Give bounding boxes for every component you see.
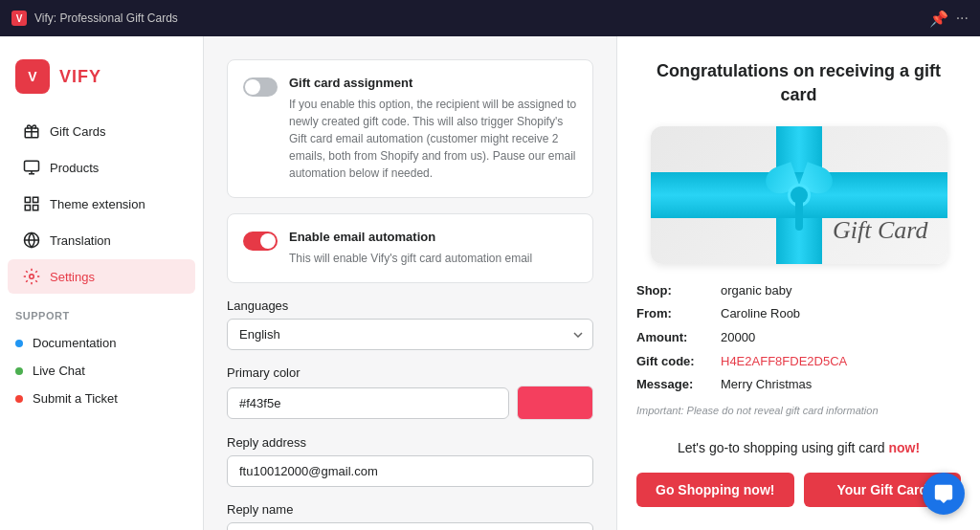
code-row: Gift code: H4E2AFF8FDE2D5CA	[636, 350, 961, 374]
gift-info: Shop: organic baby From: Caroline Roob A…	[636, 279, 961, 421]
shop-value: organic baby	[721, 279, 791, 303]
toggle-content: Gift card assignment If you enable this …	[289, 76, 577, 182]
gift-card-assignment-section: Gift card assignment If you enable this …	[227, 59, 593, 198]
amount-value: 20000	[721, 326, 755, 350]
reply-name-label: Reply name	[227, 502, 593, 517]
gift-card-label: Gift Card	[833, 216, 927, 245]
support-item-label: Submit a Ticket	[33, 391, 118, 406]
gift-card-image: Gift Card	[651, 126, 947, 263]
bow	[756, 162, 842, 229]
sidebar-item-settings[interactable]: Settings	[8, 259, 195, 294]
amount-label: Amount:	[636, 326, 713, 350]
primary-color-group: Primary color	[227, 365, 593, 420]
toggle-row: Gift card assignment If you enable this …	[243, 76, 577, 182]
sidebar-item-products[interactable]: Products	[8, 150, 195, 185]
svg-rect-3	[33, 197, 38, 202]
primary-color-input[interactable]	[227, 387, 509, 419]
important-note: Important: Please do not reveal gift car…	[636, 401, 961, 421]
products-icon	[23, 159, 40, 176]
languages-group: Languages English	[227, 298, 593, 350]
theme-icon	[23, 195, 40, 212]
sidebar: V VIFY Gift Cards Products	[0, 36, 204, 530]
chat-bubble[interactable]	[923, 473, 965, 515]
reply-address-group: Reply address	[227, 435, 593, 487]
reply-name-input[interactable]	[227, 522, 593, 530]
color-swatch[interactable]	[517, 386, 593, 420]
pin-icon[interactable]: 📌	[929, 10, 948, 28]
code-label: Gift code:	[636, 350, 713, 374]
color-row	[227, 386, 593, 420]
sidebar-item-theme-extension[interactable]: Theme extension	[8, 187, 195, 221]
amount-row: Amount: 20000	[636, 326, 961, 350]
sidebar-item-gift-cards[interactable]: Gift Cards	[8, 114, 195, 148]
support-label: SUPPORT	[0, 295, 203, 329]
message-value: Merry Christmas	[721, 373, 812, 397]
sidebar-item-documentation[interactable]: Documentation	[0, 329, 203, 357]
chat-icon	[933, 483, 954, 504]
top-bar: V Vify: Professional Gift Cards 📌 ···	[0, 0, 980, 36]
from-label: From:	[636, 302, 713, 326]
submit-ticket-dot	[15, 395, 23, 403]
svg-point-6	[30, 275, 34, 279]
logo-text: VIFY	[59, 67, 101, 87]
sidebar-item-live-chat[interactable]: Live Chat	[0, 357, 203, 385]
svg-rect-2	[25, 197, 30, 202]
promo-now: now!	[888, 440, 920, 455]
reply-address-input[interactable]	[227, 455, 593, 487]
main-content: Gift card assignment If you enable this …	[204, 36, 616, 530]
toggle-row: Enable email automation This will enable…	[243, 230, 577, 267]
language-select[interactable]: English	[227, 319, 593, 350]
message-row: Message: Merry Christmas	[636, 373, 961, 397]
gear-icon	[23, 268, 40, 285]
email-automation-section: Enable email automation This will enable…	[227, 213, 593, 283]
sidebar-item-translation[interactable]: Translation	[8, 223, 195, 257]
preview-title: Congratulations on receiving a gift card	[636, 59, 961, 107]
promo-text: Let's go-to shopping using gift card now…	[678, 440, 920, 455]
email-automation-title: Enable email automation	[289, 230, 577, 244]
color-input-wrap	[227, 387, 509, 419]
settings-form: Gift card assignment If you enable this …	[227, 59, 593, 530]
logo-area: V VIFY	[0, 52, 203, 113]
svg-rect-1	[25, 161, 39, 171]
email-automation-toggle[interactable]	[243, 232, 278, 251]
code-value: H4E2AFF8FDE2D5CA	[721, 350, 847, 374]
live-chat-dot	[15, 367, 23, 375]
more-icon[interactable]: ···	[956, 10, 969, 27]
support-item-label: Live Chat	[33, 364, 85, 378]
svg-rect-4	[25, 206, 30, 210]
reply-name-group: Reply name	[227, 502, 593, 530]
app-icon: V	[11, 11, 27, 26]
translation-icon	[23, 232, 40, 249]
sidebar-item-label: Translation	[50, 233, 111, 248]
preview-panel: Congratulations on receiving a gift card…	[616, 36, 980, 530]
gift-icon	[23, 122, 40, 140]
sidebar-item-label: Settings	[50, 270, 95, 284]
top-bar-actions: 📌 ···	[929, 10, 969, 28]
message-label: Message:	[636, 373, 713, 397]
preview-buttons: Go Shopping now! Your Gift Card	[636, 473, 961, 507]
sidebar-item-label: Gift Cards	[50, 124, 106, 139]
sidebar-item-label: Products	[50, 161, 99, 175]
primary-color-label: Primary color	[227, 365, 593, 380]
logo-abbr: V	[28, 69, 36, 84]
gift-card-assignment-title: Gift card assignment	[289, 76, 577, 90]
logo-box: V	[15, 59, 50, 94]
reply-address-label: Reply address	[227, 435, 593, 450]
toggle-slider	[243, 77, 278, 97]
go-shopping-button[interactable]: Go Shopping now!	[636, 473, 794, 507]
svg-rect-5	[33, 206, 38, 210]
gift-card-assignment-toggle[interactable]	[243, 77, 278, 97]
languages-label: Languages	[227, 298, 593, 313]
toggle-slider	[243, 232, 278, 251]
from-value: Caroline Roob	[721, 302, 800, 326]
gift-card-assignment-desc: If you enable this option, the recipient…	[289, 96, 577, 182]
shop-row: Shop: organic baby	[636, 279, 961, 303]
documentation-dot	[15, 340, 23, 347]
email-automation-desc: This will enable Vify's gift card automa…	[289, 250, 577, 267]
sidebar-item-submit-ticket[interactable]: Submit a Ticket	[0, 385, 203, 412]
support-item-label: Documentation	[33, 336, 116, 350]
toggle-content: Enable email automation This will enable…	[289, 230, 577, 267]
sidebar-item-label: Theme extension	[50, 197, 145, 211]
from-row: From: Caroline Roob	[636, 302, 961, 326]
app-title: Vify: Professional Gift Cards	[34, 11, 178, 25]
